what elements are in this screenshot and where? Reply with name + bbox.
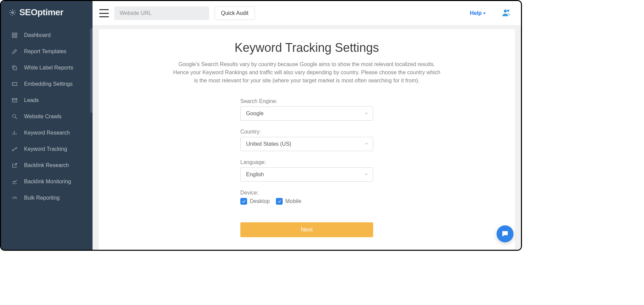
sidebar-scrollbar[interactable] xyxy=(90,28,93,113)
country-select[interactable]: United States (US) xyxy=(240,137,373,151)
country-label: Country: xyxy=(240,129,373,135)
svg-point-14 xyxy=(12,150,13,151)
sidebar-item-backlink-research[interactable]: Backlink Research xyxy=(1,157,93,174)
trend-icon xyxy=(11,146,18,152)
sidebar-item-label: Backlink Research xyxy=(24,162,69,168)
mail-icon xyxy=(11,97,18,104)
svg-line-18 xyxy=(15,198,16,199)
sidebar-item-dashboard[interactable]: Dashboard xyxy=(1,27,93,43)
brand-logo[interactable]: SEOptimer xyxy=(1,1,93,26)
svg-line-16 xyxy=(13,148,16,150)
brand-name: SEOptimer xyxy=(19,7,63,18)
sidebar-item-embedding[interactable]: Embedding Settings xyxy=(1,76,93,92)
sidebar-nav: Dashboard Report Templates White Label R… xyxy=(1,26,93,206)
sidebar-item-label: Bulk Reporting xyxy=(24,195,60,201)
sidebar-item-label: Report Templates xyxy=(24,48,66,55)
device-label: Device: xyxy=(240,190,373,196)
svg-point-9 xyxy=(13,115,16,118)
device-mobile-checkbox[interactable] xyxy=(276,198,283,205)
sidebar-item-backlink-monitoring[interactable]: Backlink Monitoring xyxy=(1,174,93,190)
device-desktop-label: Desktop xyxy=(250,198,270,204)
sidebar-item-label: Leads xyxy=(24,97,39,103)
chat-widget-button[interactable] xyxy=(497,225,514,242)
svg-point-0 xyxy=(12,12,14,13)
edit-icon xyxy=(11,48,18,55)
sidebar: SEOptimer Dashboard Report Templates Whi… xyxy=(1,1,93,250)
settings-form: Search Engine: Google Country: United St… xyxy=(240,98,373,237)
menu-toggle-icon[interactable] xyxy=(99,9,109,17)
svg-point-15 xyxy=(16,147,17,148)
sidebar-item-label: Keyword Tracking xyxy=(24,146,67,152)
svg-line-10 xyxy=(15,117,17,119)
users-icon[interactable] xyxy=(501,8,511,18)
language-select[interactable]: English xyxy=(240,167,373,182)
sidebar-item-label: Website Crawls xyxy=(24,114,62,120)
quick-audit-button[interactable]: Quick Audit xyxy=(215,6,255,20)
dashboard-icon xyxy=(11,32,18,39)
embed-icon xyxy=(11,81,18,87)
sidebar-item-label: Embedding Settings xyxy=(24,81,73,87)
svg-point-19 xyxy=(504,9,507,13)
svg-rect-2 xyxy=(15,33,17,35)
gauge-icon xyxy=(11,195,18,201)
search-engine-label: Search Engine: xyxy=(240,98,373,104)
bar-chart-icon xyxy=(11,129,18,136)
settings-card: Keyword Tracking Settings Google's Searc… xyxy=(99,29,515,250)
search-engine-select[interactable]: Google xyxy=(240,106,373,121)
sidebar-item-keyword-research[interactable]: Keyword Research xyxy=(1,125,93,141)
sidebar-item-label: White Label Reports xyxy=(24,65,73,71)
sidebar-item-report-templates[interactable]: Report Templates xyxy=(1,43,93,60)
sidebar-item-white-label[interactable]: White Label Reports xyxy=(1,60,93,76)
device-desktop-checkbox[interactable] xyxy=(240,198,247,205)
language-label: Language: xyxy=(240,159,373,165)
sidebar-item-bulk-reporting[interactable]: Bulk Reporting xyxy=(1,190,93,206)
svg-rect-4 xyxy=(15,36,17,38)
external-link-icon xyxy=(11,162,18,169)
svg-rect-5 xyxy=(14,67,17,70)
sidebar-item-label: Keyword Research xyxy=(24,130,70,136)
sidebar-item-leads[interactable]: Leads xyxy=(1,92,93,108)
sidebar-item-label: Backlink Monitoring xyxy=(24,179,71,185)
sidebar-item-keyword-tracking[interactable]: Keyword Tracking xyxy=(1,141,93,157)
sidebar-item-label: Dashboard xyxy=(24,32,51,38)
svg-line-17 xyxy=(14,163,17,166)
copy-icon xyxy=(11,64,18,71)
page-title: Keyword Tracking Settings xyxy=(112,41,501,55)
help-dropdown[interactable]: Help xyxy=(470,10,486,16)
website-url-input[interactable] xyxy=(114,6,209,20)
line-chart-icon xyxy=(11,178,18,185)
gear-arrows-icon xyxy=(9,9,16,16)
svg-rect-3 xyxy=(12,36,14,38)
device-mobile-label: Mobile xyxy=(285,198,301,204)
svg-point-20 xyxy=(507,9,509,12)
next-button[interactable]: Next xyxy=(240,222,373,237)
caret-down-icon xyxy=(483,13,486,14)
sidebar-item-website-crawls[interactable]: Website Crawls xyxy=(1,108,93,125)
content-area: Keyword Tracking Settings Google's Searc… xyxy=(93,26,521,250)
svg-rect-1 xyxy=(12,33,14,35)
main: Quick Audit Help Keyword Tracking Settin… xyxy=(93,1,521,250)
search-icon xyxy=(11,113,18,120)
topbar: Quick Audit Help xyxy=(93,1,521,26)
help-label: Help xyxy=(470,10,482,16)
page-description: Google's Search Results vary by country … xyxy=(173,60,441,85)
